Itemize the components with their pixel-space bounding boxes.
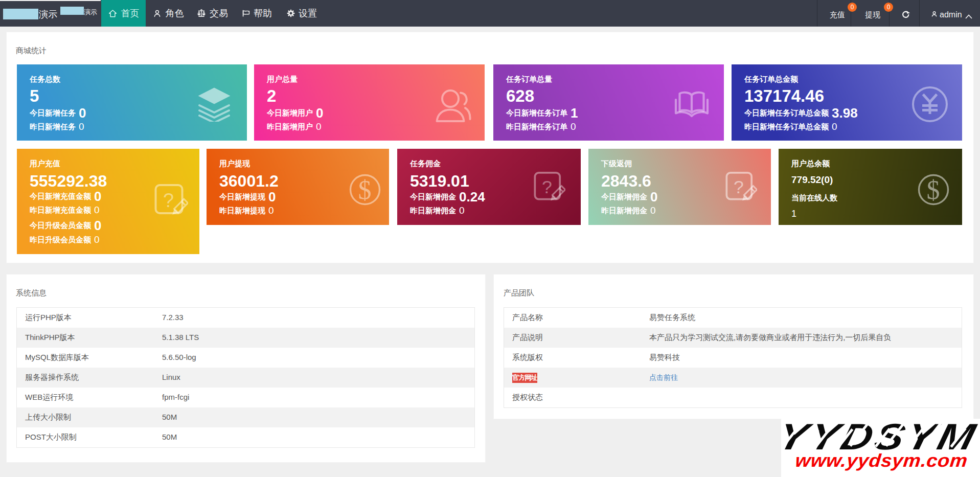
svg-text:?: ? xyxy=(163,190,174,211)
svg-text:$: $ xyxy=(358,175,372,205)
svg-text:$: $ xyxy=(927,175,940,205)
svg-text:?: ? xyxy=(542,177,552,197)
svg-text:?: ? xyxy=(734,177,744,197)
